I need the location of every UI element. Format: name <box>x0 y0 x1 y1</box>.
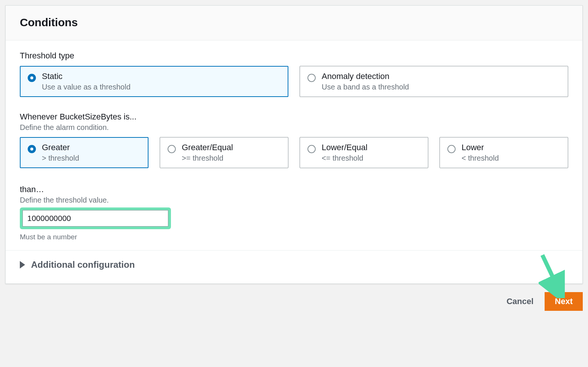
radio-icon <box>447 145 456 153</box>
threshold-type-static[interactable]: Static Use a value as a threshold <box>20 66 288 97</box>
threshold-value-input[interactable] <box>22 210 168 227</box>
panel-title: Conditions <box>20 16 568 29</box>
wizard-footer: Cancel Next <box>5 284 583 311</box>
threshold-type-anomaly[interactable]: Anomaly detection Use a band as a thresh… <box>300 66 568 97</box>
threshold-value-helper: Define the threshold value. <box>20 196 568 204</box>
threshold-value-label: than… <box>20 185 568 194</box>
panel-body: Threshold type Static Use a value as a t… <box>6 40 582 283</box>
condition-lower[interactable]: Lower < threshold <box>440 137 568 168</box>
tile-title: Greater <box>42 143 79 152</box>
threshold-value-field: than… Define the threshold value. Must b… <box>20 185 568 241</box>
highlight-annotation <box>20 207 171 229</box>
tile-subtitle: Use a band as a threshold <box>322 83 409 91</box>
cancel-button[interactable]: Cancel <box>504 293 536 310</box>
additional-configuration-label: Additional configuration <box>31 260 135 270</box>
tile-subtitle: > threshold <box>42 154 79 163</box>
condition-greater-equal[interactable]: Greater/Equal >= threshold <box>160 137 288 168</box>
threshold-type-options: Static Use a value as a threshold Anomal… <box>20 66 568 97</box>
next-button[interactable]: Next <box>545 292 583 311</box>
radio-icon <box>28 145 36 153</box>
panel-header: Conditions <box>6 6 582 40</box>
radio-icon <box>307 145 316 153</box>
tile-title: Lower/Equal <box>322 143 367 152</box>
tile-title: Static <box>42 72 131 81</box>
tile-subtitle: <= threshold <box>322 154 367 163</box>
radio-icon <box>28 74 36 82</box>
radio-icon <box>307 74 316 82</box>
tile-subtitle: >= threshold <box>182 154 233 163</box>
tile-subtitle: Use a value as a threshold <box>42 83 131 91</box>
tile-title: Greater/Equal <box>182 143 233 152</box>
condition-options: Greater > threshold Greater/Equal >= thr… <box>20 137 568 168</box>
condition-label: Whenever BucketSizeBytes is... <box>20 112 568 122</box>
additional-configuration-expander[interactable]: Additional configuration <box>6 250 582 280</box>
conditions-panel: Conditions Threshold type Static Use a v… <box>5 5 583 284</box>
tile-title: Lower <box>462 143 499 152</box>
condition-greater[interactable]: Greater > threshold <box>20 137 148 168</box>
condition-helper: Define the alarm condition. <box>20 123 568 132</box>
radio-icon <box>168 145 176 153</box>
threshold-value-constraint: Must be a number <box>20 233 568 241</box>
triangle-right-icon <box>20 261 25 269</box>
tile-title: Anomaly detection <box>322 72 409 81</box>
condition-lower-equal[interactable]: Lower/Equal <= threshold <box>300 137 428 168</box>
tile-subtitle: < threshold <box>462 154 499 163</box>
threshold-type-label: Threshold type <box>20 51 568 61</box>
